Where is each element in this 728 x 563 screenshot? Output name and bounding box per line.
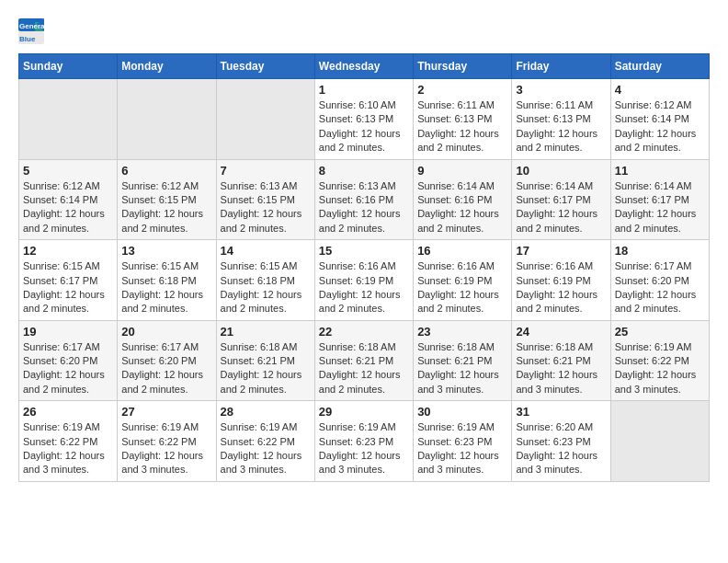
- day-number: 16: [417, 244, 507, 258]
- day-info: Sunrise: 6:19 AM Sunset: 6:23 PM Dayligh…: [417, 420, 507, 477]
- day-number: 28: [221, 405, 311, 419]
- calendar-cell: [610, 401, 709, 482]
- day-info: Sunrise: 6:15 AM Sunset: 6:17 PM Dayligh…: [23, 259, 113, 316]
- day-info: Sunrise: 6:20 AM Sunset: 6:23 PM Dayligh…: [516, 420, 606, 477]
- day-info: Sunrise: 6:16 AM Sunset: 6:19 PM Dayligh…: [417, 259, 507, 316]
- calendar-week-5: 26Sunrise: 6:19 AM Sunset: 6:22 PM Dayli…: [19, 401, 710, 482]
- day-number: 12: [23, 244, 113, 258]
- day-number: 7: [221, 164, 311, 178]
- calendar-cell: 3Sunrise: 6:11 AM Sunset: 6:13 PM Daylig…: [512, 79, 610, 160]
- calendar-cell: 11Sunrise: 6:14 AM Sunset: 6:17 PM Dayli…: [610, 159, 709, 240]
- calendar-cell: 2Sunrise: 6:11 AM Sunset: 6:13 PM Daylig…: [414, 79, 512, 160]
- day-info: Sunrise: 6:11 AM Sunset: 6:13 PM Dayligh…: [516, 98, 606, 155]
- calendar-cell: 17Sunrise: 6:16 AM Sunset: 6:19 PM Dayli…: [512, 240, 610, 321]
- day-info: Sunrise: 6:17 AM Sunset: 6:20 PM Dayligh…: [615, 259, 705, 316]
- calendar-cell: 15Sunrise: 6:16 AM Sunset: 6:19 PM Dayli…: [314, 240, 413, 321]
- calendar-week-2: 5Sunrise: 6:12 AM Sunset: 6:14 PM Daylig…: [19, 159, 710, 240]
- calendar-cell: 4Sunrise: 6:12 AM Sunset: 6:14 PM Daylig…: [610, 79, 709, 160]
- weekday-header-monday: Monday: [118, 54, 216, 79]
- day-number: 29: [319, 405, 409, 419]
- weekday-header-row: SundayMondayTuesdayWednesdayThursdayFrid…: [19, 54, 710, 79]
- calendar-cell: 20Sunrise: 6:17 AM Sunset: 6:20 PM Dayli…: [118, 320, 216, 401]
- day-info: Sunrise: 6:18 AM Sunset: 6:21 PM Dayligh…: [417, 340, 507, 397]
- day-info: Sunrise: 6:14 AM Sunset: 6:17 PM Dayligh…: [615, 179, 705, 236]
- svg-text:General: General: [19, 22, 44, 30]
- weekday-header-friday: Friday: [512, 54, 610, 79]
- weekday-header-wednesday: Wednesday: [314, 54, 413, 79]
- day-number: 11: [615, 164, 705, 178]
- day-number: 17: [516, 244, 606, 258]
- day-info: Sunrise: 6:10 AM Sunset: 6:13 PM Dayligh…: [319, 98, 409, 155]
- day-number: 21: [221, 325, 311, 339]
- day-number: 13: [121, 244, 211, 258]
- calendar-cell: 25Sunrise: 6:19 AM Sunset: 6:22 PM Dayli…: [610, 320, 709, 401]
- calendar-cell: [216, 79, 314, 160]
- day-info: Sunrise: 6:12 AM Sunset: 6:14 PM Dayligh…: [23, 179, 113, 236]
- calendar-week-1: 1Sunrise: 6:10 AM Sunset: 6:13 PM Daylig…: [19, 79, 710, 160]
- day-number: 1: [319, 83, 409, 97]
- day-number: 23: [417, 325, 507, 339]
- day-number: 15: [319, 244, 409, 258]
- calendar-cell: 27Sunrise: 6:19 AM Sunset: 6:22 PM Dayli…: [118, 401, 216, 482]
- calendar-cell: 8Sunrise: 6:13 AM Sunset: 6:16 PM Daylig…: [314, 159, 413, 240]
- day-info: Sunrise: 6:14 AM Sunset: 6:17 PM Dayligh…: [516, 179, 606, 236]
- svg-text:Blue: Blue: [19, 35, 36, 43]
- day-number: 20: [121, 325, 211, 339]
- logo: General Blue: [18, 18, 48, 44]
- day-number: 10: [516, 164, 606, 178]
- calendar-cell: 9Sunrise: 6:14 AM Sunset: 6:16 PM Daylig…: [414, 159, 512, 240]
- day-number: 8: [319, 164, 409, 178]
- day-number: 30: [417, 405, 507, 419]
- day-info: Sunrise: 6:18 AM Sunset: 6:21 PM Dayligh…: [319, 340, 409, 397]
- day-info: Sunrise: 6:17 AM Sunset: 6:20 PM Dayligh…: [121, 340, 211, 397]
- calendar-week-3: 12Sunrise: 6:15 AM Sunset: 6:17 PM Dayli…: [19, 240, 710, 321]
- weekday-header-tuesday: Tuesday: [216, 54, 314, 79]
- day-info: Sunrise: 6:13 AM Sunset: 6:15 PM Dayligh…: [221, 179, 311, 236]
- calendar-cell: 6Sunrise: 6:12 AM Sunset: 6:15 PM Daylig…: [118, 159, 216, 240]
- calendar-week-4: 19Sunrise: 6:17 AM Sunset: 6:20 PM Dayli…: [19, 320, 710, 401]
- day-number: 2: [417, 83, 507, 97]
- day-number: 22: [319, 325, 409, 339]
- calendar-cell: [19, 79, 118, 160]
- day-number: 18: [615, 244, 705, 258]
- page-header: General Blue: [18, 18, 710, 44]
- day-info: Sunrise: 6:12 AM Sunset: 6:15 PM Dayligh…: [121, 179, 211, 236]
- day-number: 6: [121, 164, 211, 178]
- day-info: Sunrise: 6:19 AM Sunset: 6:22 PM Dayligh…: [615, 340, 705, 397]
- calendar-cell: 12Sunrise: 6:15 AM Sunset: 6:17 PM Dayli…: [19, 240, 118, 321]
- day-info: Sunrise: 6:19 AM Sunset: 6:22 PM Dayligh…: [121, 420, 211, 477]
- calendar-cell: 30Sunrise: 6:19 AM Sunset: 6:23 PM Dayli…: [414, 401, 512, 482]
- calendar-cell: 10Sunrise: 6:14 AM Sunset: 6:17 PM Dayli…: [512, 159, 610, 240]
- day-info: Sunrise: 6:19 AM Sunset: 6:22 PM Dayligh…: [23, 420, 113, 477]
- day-info: Sunrise: 6:13 AM Sunset: 6:16 PM Dayligh…: [319, 179, 409, 236]
- day-number: 19: [23, 325, 113, 339]
- day-number: 31: [516, 405, 606, 419]
- calendar-cell: 21Sunrise: 6:18 AM Sunset: 6:21 PM Dayli…: [216, 320, 314, 401]
- day-info: Sunrise: 6:14 AM Sunset: 6:16 PM Dayligh…: [417, 179, 507, 236]
- weekday-header-saturday: Saturday: [610, 54, 709, 79]
- day-number: 24: [516, 325, 606, 339]
- calendar-cell: 13Sunrise: 6:15 AM Sunset: 6:18 PM Dayli…: [118, 240, 216, 321]
- weekday-header-thursday: Thursday: [414, 54, 512, 79]
- day-info: Sunrise: 6:19 AM Sunset: 6:22 PM Dayligh…: [221, 420, 311, 477]
- calendar-cell: 23Sunrise: 6:18 AM Sunset: 6:21 PM Dayli…: [414, 320, 512, 401]
- day-info: Sunrise: 6:16 AM Sunset: 6:19 PM Dayligh…: [319, 259, 409, 316]
- calendar-cell: 18Sunrise: 6:17 AM Sunset: 6:20 PM Dayli…: [610, 240, 709, 321]
- calendar-cell: 28Sunrise: 6:19 AM Sunset: 6:22 PM Dayli…: [216, 401, 314, 482]
- day-number: 14: [221, 244, 311, 258]
- calendar-cell: 16Sunrise: 6:16 AM Sunset: 6:19 PM Dayli…: [414, 240, 512, 321]
- calendar: SundayMondayTuesdayWednesdayThursdayFrid…: [18, 53, 710, 482]
- day-info: Sunrise: 6:12 AM Sunset: 6:14 PM Dayligh…: [615, 98, 705, 155]
- calendar-cell: 19Sunrise: 6:17 AM Sunset: 6:20 PM Dayli…: [19, 320, 118, 401]
- calendar-cell: 29Sunrise: 6:19 AM Sunset: 6:23 PM Dayli…: [314, 401, 413, 482]
- calendar-cell: 26Sunrise: 6:19 AM Sunset: 6:22 PM Dayli…: [19, 401, 118, 482]
- calendar-cell: 31Sunrise: 6:20 AM Sunset: 6:23 PM Dayli…: [512, 401, 610, 482]
- logo-icon: General Blue: [18, 18, 44, 44]
- calendar-cell: 24Sunrise: 6:18 AM Sunset: 6:21 PM Dayli…: [512, 320, 610, 401]
- weekday-header-sunday: Sunday: [19, 54, 118, 79]
- calendar-cell: [118, 79, 216, 160]
- calendar-cell: 22Sunrise: 6:18 AM Sunset: 6:21 PM Dayli…: [314, 320, 413, 401]
- day-number: 9: [417, 164, 507, 178]
- day-number: 3: [516, 83, 606, 97]
- day-number: 26: [23, 405, 113, 419]
